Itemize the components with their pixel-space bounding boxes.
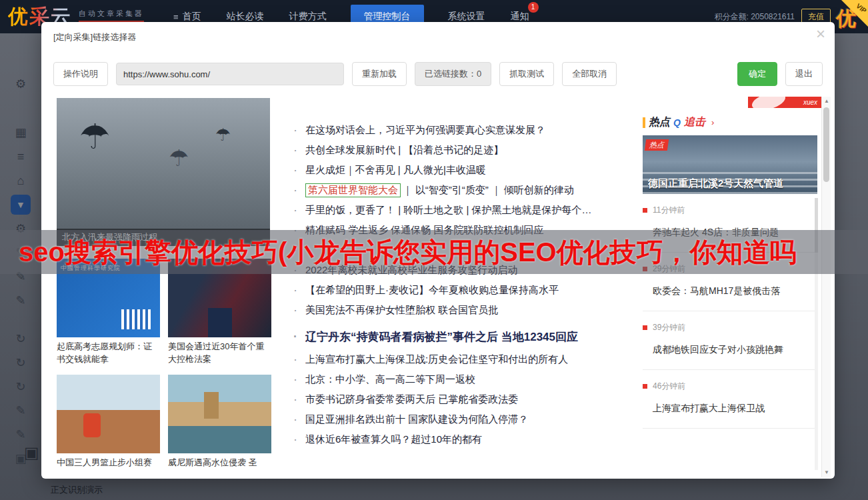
scroll-up-icon[interactable]: ▲ [822, 97, 831, 106]
news-text: 共创全球发展新时代 | 【沿着总书记的足迹】 [305, 144, 503, 157]
bullet-icon: · [293, 183, 297, 197]
dialog-title: [定向采集]链接选择器 [53, 31, 136, 43]
news-link[interactable]: · 【在希望的田野上·麦收记】今年夏粮收购总量保持高水平 [293, 280, 640, 300]
embedded-webpage: xuex ☂ ☂ ☂ 北方入汛来最强降雨过程 中國管理科學研究院 起底高考志愿规… [51, 97, 831, 477]
bullet-icon: · [293, 143, 297, 157]
news-gallery: 中國管理科學研究院 起底高考志愿规划师：证书交钱就能拿 美国会通过近30年首个重… [57, 259, 273, 469]
news-link[interactable]: · 美国宪法不再保护女性堕胎权 联合国官员批 [293, 300, 640, 320]
seo-watermark-band: seo搜索引擎优化技巧(小龙告诉您实用的SEO优化技巧，你知道吗 [0, 230, 868, 274]
news-text: 手里的饭，更香了！ | 聆听土地之歌 | 保护黑土地就是保护每个… [305, 204, 591, 217]
hotspot-item[interactable]: 46分钟前 上海宣布打赢大上海保卫战 [643, 370, 817, 429]
menu-item-label: 管理控制台 [364, 11, 411, 23]
hotspot-time: 46分钟前 [653, 381, 685, 392]
scrollbar: ▲ ▼ [821, 97, 831, 477]
bullet-icon: · [293, 393, 297, 407]
dialog-toolbar: 操作说明 重新加载 已选链接数：0 抓取测试 全部取消 确定 退出 [53, 61, 823, 87]
news-link[interactable]: · 市委书记跻身省委常委两天后 已掌舵省委政法委 [293, 389, 640, 409]
gallery-caption: 美国会通过近30年首个重大控枪法案 [168, 341, 271, 366]
news-link[interactable]: · 星火成炬｜不舍再见 | 凡人微光|丰收温暖 [293, 160, 640, 180]
news-text: 【在希望的田野上·麦收记】今年夏粮收购总量保持高水平 [305, 284, 559, 297]
search-icon: Q [673, 117, 681, 128]
red-square-icon [643, 325, 647, 330]
menu-item-label: 首页 [183, 11, 201, 23]
confirm-button[interactable]: 确定 [737, 62, 777, 86]
news-link[interactable]: · 第六届世界智能大会 ｜ 以“智变”引“质变” ｜ 倾听创新的律动 [293, 180, 640, 200]
news-image [168, 375, 271, 453]
gallery-caption: 起底高考志愿规划师：证书交钱就能拿 [57, 341, 160, 366]
menu-item-label: 系统设置 [448, 11, 485, 23]
grab-test-button[interactable]: 抓取测试 [499, 62, 554, 86]
news-link[interactable]: · 国足亚洲排名跌出前十 国家队建设为何陷入停滞？ [293, 409, 640, 429]
news-link[interactable]: · 手里的饭，更香了！ | 聆听土地之歌 | 保护黑土地就是保护每个… [293, 200, 640, 220]
gallery-item[interactable]: 美国会通过近30年首个重大控枪法案 [168, 259, 271, 366]
notification-badge: 1 [528, 2, 539, 13]
bullet-icon: · [293, 433, 297, 447]
news-link[interactable]: · 上海宣布打赢大上海保卫战:历史会记住坚守和付出的所有人 [293, 349, 640, 369]
chevron-right-icon: › [711, 117, 714, 127]
news-text: 上海宣布打赢大上海保卫战:历史会记住坚守和付出的所有人 [305, 353, 568, 366]
selected-links-count: 已选链接数：0 [415, 62, 491, 86]
credit-balance: 积分金额: 2050821611 [714, 11, 795, 23]
hotspot-item[interactable]: 39分钟前 成都地铁回应女子对小孩跳艳舞 [643, 311, 817, 370]
news-headline-list: · 在这场对话会上，习近平为何强调要真心实意谋发展？ · 共创全球发展新时代 |… [293, 120, 640, 449]
bullet-icon: · [293, 203, 297, 217]
umbrella-icon: ☂ [215, 125, 231, 145]
help-button[interactable]: 操作说明 [53, 62, 108, 86]
hot-tag: 热点 [645, 139, 669, 151]
hotspot-title-text: 上海宣布打赢大上海保卫战 [643, 403, 817, 415]
news-text: 退休近6年被查算久吗？超过10年的都有 [305, 433, 482, 446]
hotspot-title-red: 追击 [684, 115, 705, 129]
bullet-icon: · [293, 303, 297, 317]
menu-item-label: 计费方式 [289, 11, 327, 23]
news-text: 辽宁丹东“持黄码者看病被拦”事件之后 当地12345回应 [305, 329, 578, 345]
exit-button[interactable]: 退出 [785, 62, 823, 86]
hotspot-time-row: 11分钟前 [643, 205, 817, 216]
close-icon[interactable]: × [816, 26, 825, 42]
bullet-icon: · [293, 283, 297, 297]
news-link[interactable]: · 在这场对话会上，习近平为何强调要真心实意谋发展？ [293, 120, 640, 140]
gallery-caption: 威尼斯遇高水位侵袭 圣 [168, 457, 271, 469]
hotspot-header[interactable]: 热点 Q 追击 › [643, 115, 817, 129]
bullet-icon: · [293, 330, 297, 344]
news-highlight: 第六届世界智能大会 [305, 183, 401, 197]
scrollbar-thumb[interactable] [823, 107, 829, 182]
menu-item-label: 通知 [511, 11, 529, 23]
hotspot-time: 39分钟前 [653, 322, 685, 333]
scroll-down-icon[interactable]: ▼ [822, 468, 831, 477]
news-link[interactable]: · 共创全球发展新时代 | 【沿着总书记的足迹】 [293, 140, 640, 160]
hotspot-time-row: 46分钟前 [643, 381, 817, 392]
bullet-icon: · [293, 163, 297, 177]
news-text: 美国宪法不再保护女性堕胎权 联合国官员批 [305, 304, 498, 317]
red-square-icon [643, 208, 647, 213]
news-link[interactable]: · 北京：中小学、高一高二等下周一返校 [293, 369, 640, 389]
hotspot-time: 11分钟前 [653, 205, 685, 216]
hotspot-feature-image[interactable]: 热点 德国正重启北溪2号天然气管道 [643, 135, 817, 194]
hotspot-title-text: 欧委会：马航MH17是被俄击落 [643, 285, 817, 297]
bullet-icon: · [293, 373, 297, 387]
feature-caption: 德国正重启北溪2号天然气管道 [648, 177, 812, 190]
headline-photo[interactable]: ☂ ☂ ☂ 北方入汛来最强降雨过程 [57, 98, 270, 246]
menu-item-label: 站长必读 [227, 11, 264, 23]
umbrella-icon: ☂ [169, 145, 189, 171]
news-text: ｜ 以“智变”引“质变” ｜ 倾听创新的律动 [403, 184, 574, 197]
cancel-all-button[interactable]: 全部取消 [562, 62, 617, 86]
bullet-icon: · [293, 353, 297, 367]
news-text: 国足亚洲排名跌出前十 国家队建设为何陷入停滞？ [305, 413, 528, 426]
gallery-item[interactable]: 威尼斯遇高水位侵袭 圣 [168, 375, 271, 469]
news-link[interactable]: · 辽宁丹东“持黄码者看病被拦”事件之后 当地12345回应 [293, 320, 640, 349]
umbrella-icon: ☂ [79, 117, 111, 157]
reload-button[interactable]: 重新加载 [352, 62, 407, 86]
news-link[interactable]: · 退休近6年被查算久吗？超过10年的都有 [293, 429, 640, 449]
bullet-icon: · [293, 123, 297, 137]
red-square-icon [643, 384, 647, 389]
accent-bar [643, 117, 645, 128]
ad-banner[interactable]: xuex [748, 97, 821, 108]
bullet-icon: · [293, 413, 297, 427]
gallery-item[interactable]: 中国三人男篮止步小组赛 [57, 375, 160, 469]
news-text: 星火成炬｜不舍再见 | 凡人微光|丰收温暖 [305, 164, 486, 177]
url-input[interactable] [116, 63, 344, 85]
news-image [57, 375, 160, 453]
screen: ⚙ ▦ ≡ ⌂ ▼ ⚙ ✎ ✎ ✎ ↻ ↻ ↻ [0, 0, 868, 500]
news-text: 市委书记跻身省委常委两天后 已掌舵省委政法委 [305, 393, 518, 406]
gallery-item[interactable]: 中國管理科學研究院 起底高考志愿规划师：证书交钱就能拿 [57, 259, 160, 366]
